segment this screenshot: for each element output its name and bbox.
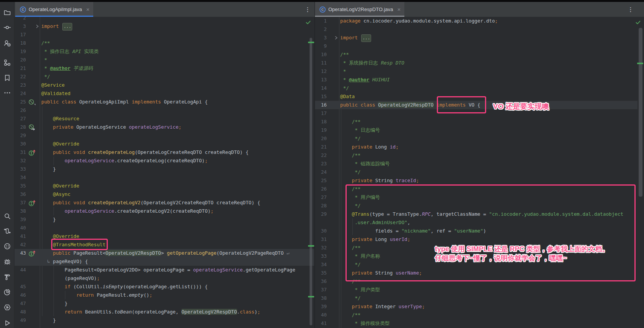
code-row[interactable]: 1package cn.iocoder.yudao.module.system.… <box>315 17 644 25</box>
structure-icon[interactable] <box>3 59 11 66</box>
code-row[interactable]: 41 * 操作模块类型 <box>315 319 644 328</box>
tab-close-icon[interactable]: × <box>397 6 401 12</box>
change-marker[interactable] <box>637 63 643 64</box>
line-number: 17 <box>15 31 26 39</box>
code-row[interactable]: 35 @Override <box>15 182 315 190</box>
tab-operatelogv2respdto[interactable]: C OperateLogV2RespDTO.java × <box>315 2 404 17</box>
run-anything-icon[interactable] <box>3 227 11 235</box>
code-row[interactable]: 44 PageResult<OperateLogV2DO> operateLog… <box>15 266 315 274</box>
code-row[interactable]: 19 * 日志编号 <box>315 126 644 134</box>
code-row[interactable]: 33 } <box>15 165 315 173</box>
commit-icon[interactable] <box>3 24 11 31</box>
build-icon[interactable] <box>3 273 11 281</box>
code-row[interactable]: 32 operateLogService.createOperateLog(cr… <box>15 157 315 165</box>
code-editor-left[interactable]: 23import ...1718/**19 * 操作日志 API 实现类20 *… <box>15 17 315 328</box>
code-row[interactable]: 21 private Long id; <box>315 143 644 151</box>
code-row[interactable]: 2 <box>315 25 644 34</box>
ai-assistant-icon[interactable] <box>3 242 11 250</box>
inspection-ok-icon[interactable] <box>635 19 641 25</box>
line-number: 35 <box>15 182 26 190</box>
code-row[interactable]: 9 <box>315 42 644 50</box>
spring-bean-gutter-icon[interactable] <box>28 98 36 106</box>
code-row[interactable]: 37 public void createOperateLogV2(Operat… <box>15 199 315 207</box>
scrollbar-thumb[interactable] <box>639 28 642 197</box>
pull-requests-icon[interactable]: ? <box>3 39 11 47</box>
tab-operatelogapiimpl[interactable]: C OperateLogApiImpl.java × <box>15 2 93 17</box>
implements-method-gutter-icon[interactable] <box>28 148 36 157</box>
code-row[interactable]: 43 public PageResult<OperateLogV2RespDTO… <box>15 249 315 257</box>
trans-fields-highlight-box <box>346 184 636 281</box>
editor-options-kebab-icon[interactable]: ⋮ <box>627 6 634 13</box>
code-row[interactable]: 10/** <box>315 50 644 59</box>
code-row[interactable]: 18 /** <box>315 118 644 126</box>
code-row[interactable]: 46 return PageResult.empty(); <box>15 291 315 299</box>
annotation-text-implements-vo: VO 还是要实现噢 <box>493 102 549 111</box>
code-row[interactable]: 45 if (CollUtil.isEmpty(operateLogPage.g… <box>15 283 315 291</box>
code-line: * 链路追踪编号 <box>340 160 390 168</box>
code-row[interactable]: 49 } <box>15 316 315 325</box>
code-row[interactable]: 31 public void createOperateLog(OperateL… <box>15 148 315 157</box>
fold-chevron-icon[interactable] <box>36 22 39 31</box>
code-row[interactable]: 24@Validated <box>15 89 315 98</box>
code-row[interactable]: ↳ pageReqVO) { <box>15 257 315 266</box>
change-marker[interactable] <box>308 296 314 297</box>
fold-chevron-icon[interactable] <box>334 34 338 42</box>
code-row[interactable]: 20 * <box>15 56 315 64</box>
code-row[interactable]: 23@Service <box>15 81 315 89</box>
code-row[interactable]: (pageReqVO); <box>15 274 315 283</box>
code-row[interactable]: 28 private OperateLogService operateLogS… <box>15 123 315 131</box>
implements-vo-highlight-box <box>437 96 486 113</box>
implements-method-gutter-icon[interactable] <box>28 199 36 207</box>
change-marker[interactable] <box>308 245 314 247</box>
code-row[interactable]: 38 */ <box>315 294 644 302</box>
code-row[interactable]: 48 return BeanUtils.toBean(operateLogPag… <box>15 308 315 316</box>
bookmarks-icon[interactable] <box>3 74 11 82</box>
tab-close-icon[interactable]: × <box>86 6 89 12</box>
spring-autowire-gutter-icon[interactable] <box>28 123 36 131</box>
debug-icon[interactable] <box>3 258 11 265</box>
code-row[interactable]: 38 operateLogService.createOperateLogV2(… <box>15 207 315 215</box>
services-icon[interactable] <box>3 304 11 311</box>
code-row[interactable]: 2 <box>15 17 315 22</box>
code-row[interactable]: 40 /** <box>315 311 644 319</box>
code-row[interactable]: 25public class OperateLogApiImpl impleme… <box>15 98 315 106</box>
code-row[interactable]: 18/** <box>15 39 315 47</box>
code-row[interactable]: 37 * 用户类型 <box>315 286 644 294</box>
code-row[interactable]: 19 * 操作日志 API 实现类 <box>15 47 315 56</box>
run-icon[interactable] <box>3 319 11 327</box>
scrollbar-thumb[interactable] <box>310 38 312 325</box>
project-folder-icon[interactable] <box>3 9 11 16</box>
code-row[interactable]: 39 private Integer userType; <box>315 302 644 311</box>
implements-method-gutter-icon[interactable] <box>28 249 36 257</box>
change-marker[interactable] <box>308 42 314 43</box>
code-row[interactable]: 29 <box>15 131 315 140</box>
code-row[interactable]: 13 * @author HUIHUI <box>315 76 644 84</box>
code-row[interactable]: 47 } <box>15 299 315 308</box>
editor-options-kebab-icon[interactable]: ⋮ <box>304 6 311 13</box>
more-tool-windows-icon[interactable] <box>3 89 11 97</box>
code-row[interactable]: 20 */ <box>315 134 644 143</box>
code-row[interactable]: 39 } <box>15 215 315 224</box>
code-row[interactable]: 3import ... <box>315 34 644 42</box>
code-row[interactable]: 26 <box>15 106 315 115</box>
code-row[interactable]: 23 * 链路追踪编号 <box>315 160 644 168</box>
code-row[interactable]: 22 */ <box>15 73 315 81</box>
code-row[interactable]: 36 @Async <box>15 190 315 199</box>
code-row[interactable]: 3import ... <box>15 22 315 31</box>
code-row[interactable]: 24 */ <box>315 168 644 176</box>
code-row[interactable]: 34 <box>15 173 315 182</box>
code-row[interactable]: 14 */ <box>315 84 644 92</box>
code-row[interactable]: 25 private String traceId; <box>315 176 644 185</box>
code-row[interactable]: 22 /** <box>315 151 644 160</box>
code-row[interactable]: 30 @Override <box>15 140 315 148</box>
code-row[interactable] <box>15 325 315 328</box>
code-row[interactable]: 40 <box>15 224 315 232</box>
coverage-icon[interactable] <box>3 288 11 296</box>
inspection-ok-icon[interactable] <box>305 19 311 25</box>
code-row[interactable]: 21 * @author 芋道源码 <box>15 64 315 73</box>
code-row[interactable]: 11 * 系统操作日志 Resp DTO <box>315 59 644 67</box>
search-icon[interactable] <box>3 212 11 220</box>
code-row[interactable]: 17 <box>15 31 315 39</box>
code-row[interactable]: 12 * <box>315 67 644 76</box>
code-row[interactable]: 27 @Resource <box>15 115 315 123</box>
